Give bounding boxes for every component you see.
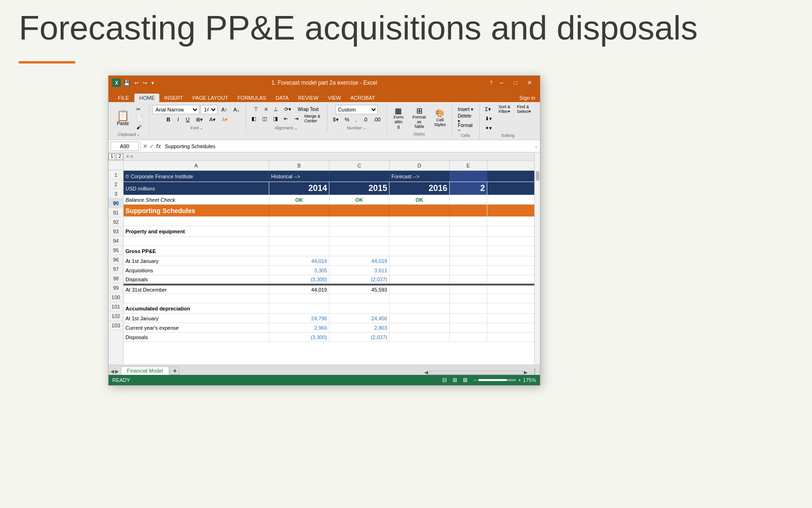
normal-view-button[interactable]: ⊟ [440, 376, 449, 384]
underline-button[interactable]: U [183, 115, 193, 124]
row-num-99: 99 [109, 283, 123, 293]
orientation-button[interactable]: ⟳▾ [282, 105, 294, 113]
tab-acrobat[interactable]: ACROBAT [346, 94, 380, 102]
row-num-90: 90 [109, 198, 123, 208]
row-num-2: 2 [109, 180, 123, 189]
table-row [124, 237, 534, 246]
restore-button[interactable]: □ [509, 78, 522, 87]
save-icon[interactable]: 💾 [122, 80, 132, 86]
minimize-button[interactable]: ─ [495, 78, 508, 87]
zoom-out-button[interactable]: − [474, 377, 476, 383]
tab-file[interactable]: FILE [112, 94, 134, 102]
tab-home[interactable]: HOME [134, 94, 159, 102]
clear-button[interactable]: ✦▾ [483, 124, 494, 132]
insert-function-icon[interactable]: fx [156, 143, 161, 150]
redo-icon[interactable]: ↪ [141, 80, 148, 86]
align-middle-button[interactable]: ≡ [262, 105, 270, 113]
help-icon[interactable]: ? [488, 80, 494, 86]
italic-button[interactable]: I [174, 115, 181, 124]
conditional-formatting-button[interactable]: ▦ Formatting [390, 105, 407, 131]
cell-reference-box[interactable] [110, 142, 139, 151]
percent-button[interactable]: % [343, 115, 352, 124]
close-button[interactable]: ✕ [523, 78, 536, 87]
page-group-btn-1[interactable]: 1 [109, 153, 115, 160]
dots-menu[interactable]: ⋮ [530, 367, 540, 375]
tab-insert[interactable]: INSERT [159, 94, 187, 102]
table-row: Accumulated depreciation [124, 303, 534, 314]
align-top-button[interactable]: ⊤ [251, 105, 261, 113]
sheet-tabs: ◀ ▶ Financial Model + ◀ ▶ ⋮ [109, 365, 540, 375]
row-num-94: 94 [109, 236, 123, 246]
confirm-formula-icon[interactable]: ✓ [149, 143, 154, 150]
indent-inc-button[interactable]: ⇥ [292, 114, 301, 123]
tab-formulas[interactable]: FORMULAS [233, 94, 271, 102]
excel-window: X 💾 ↩ ↪ ▾ 1. Forecast model part 2a exer… [108, 75, 540, 386]
decrease-font-button[interactable]: A↓ [231, 105, 242, 114]
increase-font-button[interactable]: A↑ [219, 105, 230, 114]
cell-styles-button[interactable]: 🎨 Cell Styles [431, 107, 448, 128]
tab-data[interactable]: DATA [271, 94, 294, 102]
fill-color-button[interactable]: A▾ [207, 115, 218, 124]
tab-review[interactable]: REVIEW [293, 94, 323, 102]
page-group-btn-2[interactable]: 2 [117, 153, 123, 160]
find-select-button[interactable]: Find &Select▾ [515, 105, 533, 113]
row-num-97: 97 [109, 264, 123, 274]
tab-page-layout[interactable]: PAGE LAYOUT [187, 94, 233, 102]
number-format-select[interactable]: Custom [336, 105, 378, 114]
page-layout-view-button[interactable]: ⊞ [450, 376, 460, 384]
dollar-button[interactable]: $▾ [330, 115, 341, 124]
bold-button[interactable]: B [164, 115, 173, 124]
format-cells-button[interactable]: Format ~ [455, 124, 476, 132]
align-right-button[interactable]: ◨ [271, 114, 280, 123]
format-painter-button[interactable]: 🖌 [134, 123, 145, 131]
autosum-button[interactable]: Σ▾ [483, 105, 494, 113]
align-left-button[interactable]: ◧ [249, 114, 258, 123]
format-as-table-button[interactable]: ⊞ Format as Table [409, 105, 429, 131]
font-color-button[interactable]: A▾ [219, 115, 230, 124]
wrap-text-button[interactable]: Wrap Text [295, 105, 321, 113]
page-break-view-button[interactable]: ⊠ [461, 376, 470, 384]
delete-cells-button[interactable]: Delete ▾ [455, 114, 476, 123]
indent-dec-button[interactable]: ⇤ [281, 114, 290, 123]
cut-button[interactable]: ✂ [134, 105, 145, 113]
paste-button[interactable]: 📋 Paste [113, 109, 133, 127]
dec-dec-button[interactable]: .00 [371, 115, 383, 124]
sheet-tab-financial-model[interactable]: Financial Model [121, 366, 169, 375]
insert-cells-button[interactable]: Insert ▾ [455, 105, 476, 113]
merge-center-button[interactable]: Merge & Center [302, 114, 324, 123]
formula-expand-icon[interactable]: ⌄ [534, 143, 538, 149]
col-header-c: C [329, 161, 390, 170]
cancel-formula-icon[interactable]: ✕ [143, 143, 148, 150]
sheet-scroll-right[interactable]: ▶ [115, 369, 119, 374]
col-headers: A B C D E [124, 161, 534, 171]
table-row[interactable]: Supporting Schedules [124, 205, 534, 217]
row-num-92: 92 [109, 217, 123, 227]
tab-scrollbar[interactable]: ◀ ▶ [422, 370, 530, 375]
col-header-e: E [450, 161, 487, 170]
font-name-select[interactable]: Arial Narrow [152, 105, 199, 114]
tab-view[interactable]: VIEW [323, 94, 346, 102]
undo-icon[interactable]: ↩ [133, 80, 140, 86]
formula-input[interactable] [163, 142, 532, 151]
row-num-98: 98 [109, 274, 123, 283]
table-row: Disposals (3,300) (2,037) [124, 275, 534, 285]
copy-button[interactable]: 📄 [134, 114, 145, 122]
align-center-button[interactable]: ◫ [260, 114, 269, 123]
vertical-scrollbar[interactable] [534, 152, 540, 365]
grid-area: © Corporate Finance Institute Historical… [124, 171, 534, 365]
customize-icon[interactable]: ▾ [150, 80, 156, 86]
border-button[interactable]: ⊞▾ [194, 115, 205, 124]
sheet-tab-add[interactable]: + [170, 366, 180, 375]
signin-link[interactable]: Sign in [515, 94, 540, 102]
title-bar: X 💾 ↩ ↪ ▾ 1. Forecast model part 2a exer… [109, 76, 540, 90]
row-num-102: 102 [109, 311, 123, 321]
font-size-select[interactable]: 14 [201, 105, 218, 114]
comma-button[interactable]: , [353, 115, 359, 124]
fill-button[interactable]: ⬇▾ [483, 114, 494, 123]
dec-inc-button[interactable]: .0 [360, 115, 369, 124]
sort-filter-button[interactable]: Sort &Filter▾ [496, 105, 513, 113]
ribbon: 📋 Paste ✂ 📄 🖌 Clipboard ⌄ Arial Narrow 1… [109, 102, 540, 140]
sheet-scroll-left[interactable]: ◀ [110, 369, 114, 374]
zoom-in-button[interactable]: + [518, 377, 521, 383]
align-bottom-button[interactable]: ⊥ [271, 105, 281, 113]
